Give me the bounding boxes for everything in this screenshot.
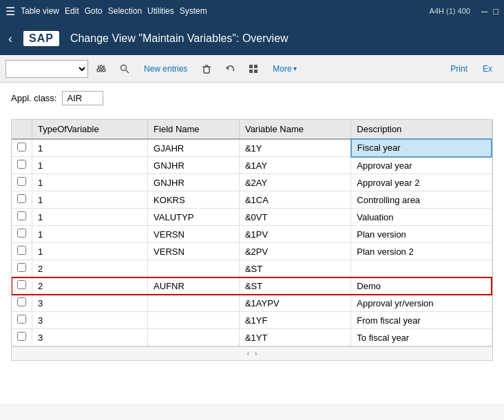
row-variable-name: &1AYPV (239, 295, 350, 312)
row-checkbox[interactable] (17, 194, 26, 203)
row-field-name: GNJHR (148, 157, 240, 174)
row-checkbox[interactable] (17, 297, 26, 306)
menu-system[interactable]: System (180, 6, 207, 16)
layout-button[interactable] (243, 59, 264, 78)
row-checkbox-cell (12, 226, 32, 243)
row-description: From fiscal year (351, 312, 492, 329)
menu-selection[interactable]: Selection (108, 6, 142, 16)
filter-button[interactable] (91, 59, 112, 78)
hamburger-icon[interactable]: ☰ (6, 5, 15, 18)
row-variable-name: &1CA (239, 191, 350, 209)
row-type-of-variable: 1 (32, 209, 148, 226)
row-description: Controlling area (351, 191, 492, 209)
row-description: Approval yr/version (351, 295, 492, 312)
svg-rect-14 (249, 70, 253, 73)
row-checkbox-cell (12, 209, 32, 226)
more-button[interactable]: More ▾ (266, 59, 302, 78)
row-field-name: VALUTYP (148, 209, 240, 226)
row-checkbox[interactable] (17, 143, 26, 151)
search-button[interactable] (114, 59, 135, 78)
row-type-of-variable: 1 (32, 174, 148, 191)
row-type-of-variable: 1 (32, 226, 148, 243)
row-checkbox[interactable] (17, 246, 26, 255)
table-row: 1GJAHR&1YFiscal year (12, 139, 492, 157)
row-variable-name: &1AY (239, 157, 350, 174)
more-chevron-icon: ▾ (293, 65, 297, 72)
row-checkbox[interactable] (17, 263, 26, 272)
scroll-right-icon[interactable]: › (255, 350, 257, 357)
filter-icon (96, 63, 107, 74)
svg-line-7 (126, 70, 129, 73)
row-variable-name: &0VT (239, 209, 350, 226)
back-button[interactable]: ‹ (8, 32, 12, 46)
row-field-name: GNJHR (148, 174, 240, 191)
row-type-of-variable: 3 (32, 295, 148, 312)
row-type-of-variable: 3 (32, 312, 148, 329)
row-checkbox[interactable] (17, 332, 26, 341)
row-field-name: GJAHR (148, 139, 240, 157)
svg-point-0 (100, 65, 103, 68)
col-fieldname: Field Name (148, 120, 240, 139)
row-field-name: VERSN (148, 226, 240, 243)
row-checkbox[interactable] (17, 229, 26, 238)
toolbar-select[interactable] (6, 60, 88, 78)
svg-rect-13 (254, 65, 258, 68)
row-description: Approval year 2 (351, 174, 492, 191)
title-bar: ☰ Table view Edit Goto Selection Utiliti… (0, 0, 504, 22)
row-checkbox-cell (12, 295, 32, 312)
menu-edit[interactable]: Edit (65, 6, 79, 16)
delete-button[interactable] (196, 59, 217, 78)
row-type-of-variable: 2 (32, 277, 148, 295)
row-description (351, 260, 492, 277)
row-checkbox-cell (12, 139, 32, 157)
table-row: 2&ST (12, 260, 492, 277)
row-type-of-variable: 1 (32, 157, 148, 174)
row-type-of-variable: 1 (32, 191, 148, 209)
row-checkbox-cell (12, 191, 32, 209)
row-description: To fiscal year (351, 329, 492, 346)
svg-rect-8 (204, 67, 209, 73)
table-row: 1GNJHR&1AYApproval year (12, 157, 492, 174)
row-checkbox-cell (12, 260, 32, 277)
col-type: TypeOfVariable (32, 120, 148, 139)
scroll-indicator: ‹ › (12, 346, 492, 360)
row-type-of-variable: 3 (32, 329, 148, 346)
table-row: 3&1YFFrom fiscal year (12, 312, 492, 329)
row-checkbox[interactable] (17, 211, 26, 220)
row-description: Approval year (351, 157, 492, 174)
table-row: 1VERSN&2PVPlan version 2 (12, 243, 492, 260)
table-row: 3&1AYPVApproval yr/version (12, 295, 492, 312)
new-entries-button[interactable]: New entries (138, 59, 193, 78)
undo-icon (224, 63, 235, 74)
row-checkbox[interactable] (17, 160, 26, 169)
svg-point-6 (121, 65, 127, 70)
row-checkbox-cell (12, 329, 32, 346)
row-variable-name: &2PV (239, 243, 350, 260)
row-type-of-variable: 2 (32, 260, 148, 277)
row-checkbox[interactable] (17, 280, 26, 289)
scroll-left-icon[interactable]: ‹ (247, 350, 249, 357)
ex-button[interactable]: Ex (476, 59, 498, 78)
maximize-icon[interactable]: □ (493, 6, 498, 17)
menu-utilities[interactable]: Utilities (147, 6, 174, 16)
row-description: Valuation (351, 209, 492, 226)
print-button[interactable]: Print (444, 59, 474, 78)
row-checkbox[interactable] (17, 315, 26, 324)
svg-rect-15 (254, 70, 258, 73)
row-checkbox[interactable] (17, 177, 26, 186)
row-checkbox-cell (12, 174, 32, 191)
row-field-name (148, 312, 240, 329)
layout-icon (248, 63, 259, 74)
content-area: Appl. class: TypeOfVariable Field Name V… (0, 83, 504, 403)
col-checkbox (12, 120, 32, 139)
menu-goto[interactable]: Goto (85, 6, 103, 16)
row-field-name (148, 260, 240, 277)
appl-class-input[interactable] (62, 91, 103, 105)
search-icon (119, 63, 130, 74)
row-checkbox-cell (12, 277, 32, 295)
table-row: 1KOKRS&1CAControlling area (12, 191, 492, 209)
minimize-icon[interactable]: ─ (481, 6, 487, 17)
app-header: ‹ SAP Change View "Maintain Variables": … (0, 22, 504, 55)
menu-table-view[interactable]: Table view (21, 6, 59, 16)
undo-button[interactable] (220, 59, 240, 78)
